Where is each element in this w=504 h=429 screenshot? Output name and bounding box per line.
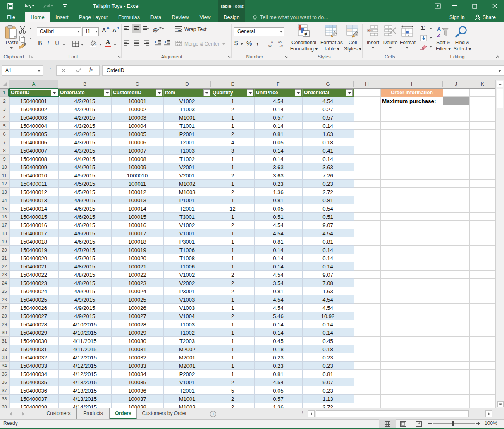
- svg-text:←.0: ←.0: [268, 41, 273, 44]
- svg-text:Z: Z: [437, 32, 440, 38]
- svg-text:.00: .00: [268, 44, 272, 47]
- svg-text:.00: .00: [277, 41, 282, 44]
- svg-text:→.0: →.0: [277, 44, 283, 47]
- svg-text:≠: ≠: [305, 31, 308, 37]
- svg-text:A: A: [437, 26, 441, 32]
